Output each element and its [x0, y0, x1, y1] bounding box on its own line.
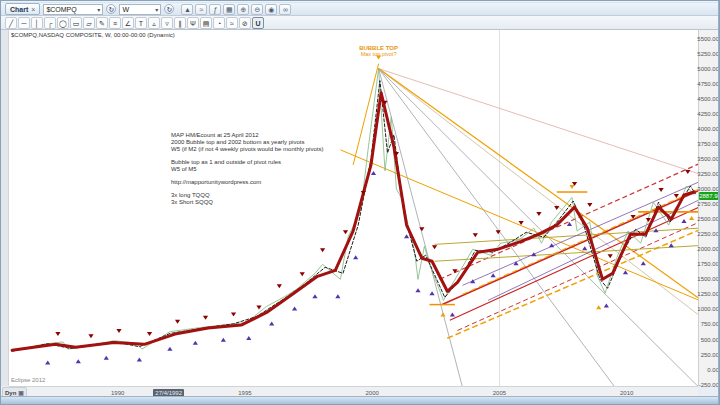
- fan-line-5: [379, 69, 698, 174]
- price-axis-label: 2750.00: [697, 201, 719, 207]
- zoom-out-icon[interactable]: ⊖: [251, 4, 263, 15]
- orange-peak-leg: [353, 64, 378, 165]
- arrow-up-tool[interactable]: ▵: [148, 17, 160, 29]
- pivot-high-markers: [473, 233, 478, 237]
- pivot-low-markers: [335, 294, 340, 298]
- zoom-in-icon[interactable]: ⊕: [237, 4, 249, 15]
- tab-chart[interactable]: Chart ×: [5, 3, 40, 15]
- pivot-high-markers: [432, 245, 437, 249]
- price-axis[interactable]: 2887.98 5500.005250.005000.004750.004500…: [698, 30, 720, 386]
- chart-pane[interactable]: $COMPQ,NASDAQ COMPOSITE, W, 00:00-00:00 …: [9, 30, 698, 386]
- price-axis-label: -250.00: [699, 382, 719, 388]
- pivot-low-markers: [104, 356, 109, 360]
- vertical-line-tool[interactable]: │: [31, 17, 43, 29]
- price-axis-label: 1750.00: [697, 261, 719, 267]
- polyline-tool[interactable]: ▱: [83, 17, 95, 29]
- price-axis-label: 5250.00: [697, 51, 719, 57]
- price-plot[interactable]: [9, 30, 698, 386]
- curve-tool[interactable]: ≈: [226, 17, 238, 29]
- ellipse-tool[interactable]: ◯: [57, 17, 69, 29]
- refresh-symbol-icon[interactable]: ↻: [106, 4, 116, 14]
- current-price-tag: 2887.98: [699, 192, 720, 200]
- eraser-tool[interactable]: ⊘: [239, 17, 251, 29]
- text-tool[interactable]: T: [135, 17, 147, 29]
- price-axis-label: 4500.00: [697, 96, 719, 102]
- pivot-low-markers: [292, 306, 297, 310]
- pivot-high-markers: [419, 227, 424, 231]
- link-icon[interactable]: ∞: [279, 4, 291, 15]
- pivot-high-markers: [554, 206, 559, 210]
- pivot-high-markers: [175, 320, 180, 324]
- ma-fast-line: [12, 81, 695, 352]
- analyst-annotation: MAP HM/Ecount at 25 April 20122000 Bubbl…: [171, 132, 323, 206]
- fan-line-4: [379, 69, 698, 316]
- price-axis-label: 250.00: [701, 352, 719, 358]
- symbol-combo[interactable]: $COMPQ ▾: [43, 4, 103, 15]
- fan-line-2: [379, 69, 616, 386]
- drawing-toolbar: ╱─│┌◯▭▱✎≡∠T▵▿∥Ψ▤◔≈⊘U: [1, 16, 720, 30]
- pivot-low-markers: [604, 303, 609, 307]
- refresh-interval-icon[interactable]: ↻: [164, 4, 174, 14]
- price-axis-label: 750.00: [701, 321, 719, 327]
- bubble-top-annotation: BUBBLE TOP Max top pivot?: [339, 45, 419, 57]
- symbol-value: $COMPQ: [46, 6, 76, 13]
- price-axis-label: 1000.00: [697, 306, 719, 312]
- price-axis-label: 5000.00: [697, 66, 719, 72]
- annotation-line: 3x Short SQQQ: [171, 199, 323, 206]
- price-axis-label: 4000.00: [697, 126, 719, 132]
- grid-icon[interactable]: ▦: [223, 4, 235, 15]
- olive-pivot-line-1: [435, 228, 698, 244]
- magnet-toggle[interactable]: U: [252, 17, 264, 29]
- pivot-high-markers: [277, 284, 282, 288]
- pivot-high-markers: [300, 272, 305, 276]
- pivot-high-markers: [55, 332, 60, 336]
- marker-tool[interactable]: ✎: [96, 17, 108, 29]
- snapshot-icon[interactable]: ◉: [265, 4, 277, 15]
- pivot-low-markers: [531, 252, 536, 256]
- tab-chart-label: Chart: [10, 6, 28, 13]
- major-bottom-markers: [689, 216, 694, 220]
- price-axis-label: 500.00: [701, 337, 719, 343]
- pivot-high-markers: [587, 203, 592, 207]
- pivot-low-markers: [681, 219, 686, 223]
- fib-fan-tool[interactable]: ∠: [122, 17, 134, 29]
- chevron-down-icon: ▾: [97, 6, 100, 13]
- tab-close-icon[interactable]: ×: [31, 6, 35, 13]
- price-axis-label: 5500.00: [697, 36, 719, 42]
- cycle-tool[interactable]: ◔: [213, 17, 225, 29]
- main-toolbar: Chart × $COMPQ ▾ ↻ W ▾ ↻ ▲≈ƒ▦⊕⊖◉∞: [1, 3, 720, 16]
- gann-grid-tool[interactable]: ▤: [200, 17, 212, 29]
- major-top-markers: [569, 185, 574, 189]
- pivot-high-markers: [608, 254, 613, 258]
- horizontal-line-tool[interactable]: ─: [18, 17, 30, 29]
- interval-combo[interactable]: W ▾: [119, 4, 161, 15]
- copyright-label: Eclipse 2012: [11, 377, 45, 383]
- studies-icon[interactable]: ƒ: [209, 4, 221, 15]
- pivot-high-markers: [320, 248, 325, 252]
- channel-tool[interactable]: ∥: [174, 17, 186, 29]
- price-axis-label: 2500.00: [697, 216, 719, 222]
- pivot-high-markers: [674, 194, 679, 198]
- pivot-low-markers: [246, 336, 251, 340]
- pivot-low-markers: [76, 359, 81, 363]
- pitchfork-tool[interactable]: Ψ: [187, 17, 199, 29]
- chart-style-icon[interactable]: ▲: [181, 4, 193, 15]
- ray-tool[interactable]: ┌: [44, 17, 56, 29]
- pivot-low-markers: [450, 312, 455, 316]
- arrow-down-tool[interactable]: ▿: [161, 17, 173, 29]
- rectangle-tool[interactable]: ▭: [70, 17, 82, 29]
- pivot-high-markers: [536, 212, 541, 216]
- pivot-low-markers: [312, 294, 317, 298]
- compare-icon[interactable]: ≈: [195, 4, 207, 15]
- calendar-icon: ▣: [18, 389, 24, 396]
- trendline-tool[interactable]: ╱: [5, 17, 17, 29]
- pivot-low-markers: [137, 358, 142, 362]
- fib-retracement-tool[interactable]: ≡: [109, 17, 121, 29]
- price-line: [12, 69, 694, 351]
- pivot-low-markers: [513, 261, 518, 265]
- pivot-low-markers: [404, 234, 409, 238]
- pivot-low-markers: [653, 228, 658, 232]
- axis-mode-label: Dyn: [5, 390, 16, 396]
- chevron-down-icon: ▾: [155, 6, 158, 13]
- window-bottom-bar[interactable]: [1, 396, 720, 404]
